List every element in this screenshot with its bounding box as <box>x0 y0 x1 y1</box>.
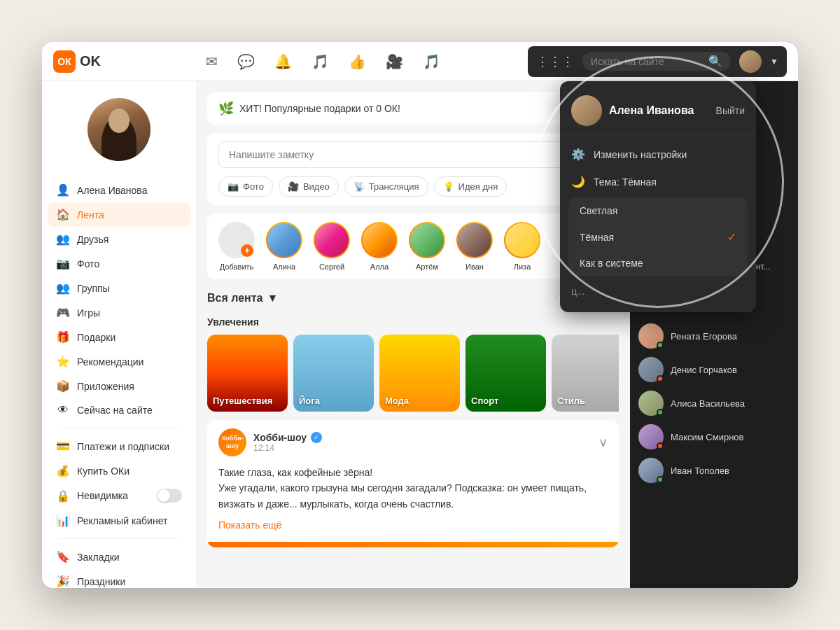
stream-icon: 📡 <box>354 181 365 192</box>
chevron-down-icon[interactable]: ▼ <box>770 57 778 66</box>
theme-system[interactable]: Как в системе <box>568 251 748 276</box>
friend-3[interactable]: Алиса Васильева <box>638 386 790 420</box>
story-1[interactable]: Алина <box>266 222 302 271</box>
chat-icon[interactable]: 💬 <box>237 53 255 70</box>
stream-button[interactable]: 📡 Трансляция <box>344 176 428 197</box>
post-time: 12:14 <box>253 443 322 453</box>
invisible-toggle[interactable] <box>157 489 182 503</box>
logout-button[interactable]: Выйти <box>716 105 745 116</box>
messages-icon[interactable]: ✉ <box>206 53 218 70</box>
settings-menu-item[interactable]: ⚙️ Изменить настройки <box>560 141 756 168</box>
video-button[interactable]: 🎥 Видео <box>279 176 339 197</box>
story-4[interactable]: Артём <box>409 222 445 271</box>
stories-row: + Добавить Алина Сергей <box>207 214 619 279</box>
groups-icon: 👥 <box>56 281 70 295</box>
online-dot-5 <box>657 476 664 483</box>
theme-menu-item[interactable]: 🌙 Тема: Тёмная <box>560 168 756 195</box>
interest-style[interactable]: Стиль <box>552 335 619 412</box>
sidebar-item-holidays[interactable]: 🎉 Праздники <box>48 569 190 588</box>
sidebar-item-payments[interactable]: 💳 Платежи и подписки <box>48 434 190 458</box>
interest-fashion[interactable]: Мода <box>379 335 460 412</box>
sidebar-item-adcabinet[interactable]: 📊 Рекламный кабинет <box>48 508 190 533</box>
sidebar-item-bookmarks[interactable]: 🔖 Закладки <box>48 545 190 569</box>
interest-sport[interactable]: Спорт <box>465 335 546 412</box>
feed-title-text: Вся лента <box>207 292 262 304</box>
story-ring-4 <box>409 222 445 258</box>
sidebar-item-feed[interactable]: 🏠 Лента <box>48 202 190 227</box>
sidebar-item-gifts[interactable]: 🎁 Подарки <box>48 325 190 349</box>
friend-avatar-2 <box>638 357 664 382</box>
note-icon[interactable]: 🎵 <box>423 53 440 70</box>
video-icon[interactable]: 🎥 <box>386 53 403 70</box>
friend-4[interactable]: Максим Смирнов <box>638 420 790 454</box>
post-name-row: Хобби-шоу ✓ <box>253 432 322 443</box>
story-5[interactable]: Иван <box>456 222 493 271</box>
story-add[interactable]: + Добавить <box>218 222 255 271</box>
sidebar-item-games[interactable]: 🎮 Игры <box>48 300 190 325</box>
sidebar-item-friends[interactable]: 👥 Друзья <box>48 227 190 251</box>
video-btn-icon: 🎥 <box>288 181 299 192</box>
post-actions: 📷 Фото 🎥 Видео 📡 Трансляция 💡 Идея дня <box>218 176 608 197</box>
sidebar-item-profile[interactable]: 👤 Алена Иванова <box>48 178 190 202</box>
interest-yoga[interactable]: Йога <box>293 335 374 412</box>
promo-banner[interactable]: 🌿 ХИТ! Популярные подарки от 0 ОК! <box>207 92 619 125</box>
story-ring-2 <box>314 222 350 258</box>
sidebar-item-groups[interactable]: 👥 Группы <box>48 276 190 300</box>
online-dot-1 <box>657 342 664 349</box>
post-composer: 📷 Фото 🎥 Видео 📡 Трансляция 💡 Идея дня <box>207 133 619 205</box>
notifications-icon[interactable]: 🔔 <box>274 53 292 70</box>
logo[interactable]: ОК OK <box>53 50 101 73</box>
dropdown-user: Алена Иванова Выйти <box>560 90 756 135</box>
story-inner-2 <box>315 223 349 257</box>
friends-icon: 👥 <box>56 232 70 246</box>
more-menu-item[interactable]: ц... <box>560 279 756 304</box>
sidebar-item-invisible[interactable]: 🔒 Невидимка <box>48 483 190 508</box>
friend-avatar-3 <box>638 391 664 416</box>
theme-light[interactable]: Светлая <box>568 198 748 223</box>
sidebar-item-online[interactable]: 👁 Сейчас на сайте <box>48 398 190 422</box>
idea-label: Идея дня <box>458 181 498 192</box>
feed-dropdown-icon[interactable]: ▼ <box>267 292 278 304</box>
photo-icon: 📷 <box>227 181 239 192</box>
friend-2[interactable]: Денис Горчаков <box>638 353 790 386</box>
post-options-icon[interactable]: ∨ <box>598 435 608 450</box>
interest-travel[interactable]: Путешествия <box>207 335 288 412</box>
apps-icon: 📦 <box>56 379 70 393</box>
left-sidebar: 👤 Алена Иванова 🏠 Лента 👥 Друзья 📷 Фото … <box>42 81 196 588</box>
sidebar-item-apps[interactable]: 📦 Приложения <box>48 374 190 398</box>
music-icon[interactable]: 🎵 <box>312 53 329 70</box>
sidebar-label-apps: Приложения <box>77 381 134 392</box>
story-2[interactable]: Сергей <box>314 222 350 271</box>
story-ring-5 <box>456 222 493 258</box>
theme-dark[interactable]: Тёмная ✓ <box>568 223 748 251</box>
interest-bg-fashion: Мода <box>379 335 460 412</box>
story-name-5: Иван <box>465 262 484 271</box>
story-inner-1 <box>267 223 301 257</box>
sidebar-label-profile: Алена Иванова <box>77 185 147 196</box>
story-6[interactable]: Лиза <box>504 222 540 271</box>
story-name-4: Артём <box>416 262 438 271</box>
sidebar-label-holidays: Праздники <box>77 576 125 587</box>
user-avatar[interactable] <box>88 98 150 161</box>
friend-1[interactable]: Рената Егорова <box>638 319 790 353</box>
sidebar-item-buy-ok[interactable]: 💰 Купить ОКи <box>48 458 190 483</box>
post-more-link[interactable]: Показать ещё <box>218 519 282 531</box>
sidebar-nav: 👤 Алена Иванова 🏠 Лента 👥 Друзья 📷 Фото … <box>42 178 196 588</box>
idea-button[interactable]: 💡 Идея дня <box>434 176 507 197</box>
sidebar-item-photos[interactable]: 📷 Фото <box>48 251 190 276</box>
user-avatar-nav[interactable] <box>739 50 762 73</box>
sidebar-item-recommendations[interactable]: ⭐ Рекомендации <box>48 349 190 374</box>
story-3[interactable]: Алла <box>361 222 398 271</box>
theme-check-icon: ✓ <box>727 230 736 244</box>
friend-name-5: Иван Тополев <box>671 465 729 476</box>
search-bar[interactable]: 🔍 <box>582 52 731 71</box>
interest-label-style: Стиль <box>557 396 585 406</box>
search-input[interactable] <box>591 56 703 67</box>
friend-5[interactable]: Иван Тополев <box>638 454 790 487</box>
bookmarks-icon: 🔖 <box>56 550 70 564</box>
post-input[interactable] <box>218 141 608 168</box>
add-badge: + <box>241 244 253 257</box>
like-icon[interactable]: 👍 <box>349 53 366 70</box>
grid-icon[interactable]: ⋮⋮⋮ <box>536 54 574 69</box>
photo-button[interactable]: 📷 Фото <box>218 176 273 197</box>
